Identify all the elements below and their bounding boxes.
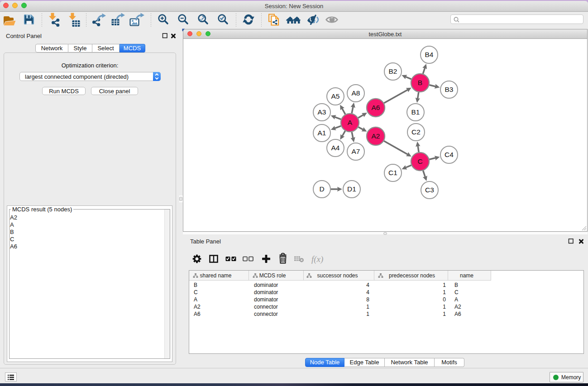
- svg-text:A3: A3: [318, 108, 326, 116]
- svg-text:C4: C4: [445, 151, 454, 158]
- svg-text:D: D: [319, 185, 324, 193]
- svg-text:C1: C1: [388, 169, 397, 176]
- svg-text:A: A: [348, 119, 353, 126]
- svg-text:B2: B2: [389, 67, 397, 75]
- svg-text:C: C: [417, 157, 422, 165]
- svg-text:A4: A4: [331, 144, 340, 152]
- svg-text:C2: C2: [411, 128, 421, 136]
- svg-text:D1: D1: [347, 185, 356, 193]
- svg-text:A7: A7: [352, 148, 360, 155]
- svg-text:B: B: [418, 79, 422, 86]
- svg-text:A8: A8: [352, 89, 360, 97]
- svg-text:A5: A5: [331, 92, 340, 100]
- svg-text:A6: A6: [372, 104, 380, 111]
- svg-text:C3: C3: [425, 186, 434, 194]
- svg-text:B4: B4: [425, 51, 434, 58]
- svg-text:A1: A1: [318, 129, 326, 137]
- svg-text:A2: A2: [372, 132, 380, 140]
- svg-text:B1: B1: [411, 108, 420, 116]
- svg-text:B3: B3: [445, 86, 454, 93]
- svg-text:f(x): f(x): [311, 254, 323, 264]
